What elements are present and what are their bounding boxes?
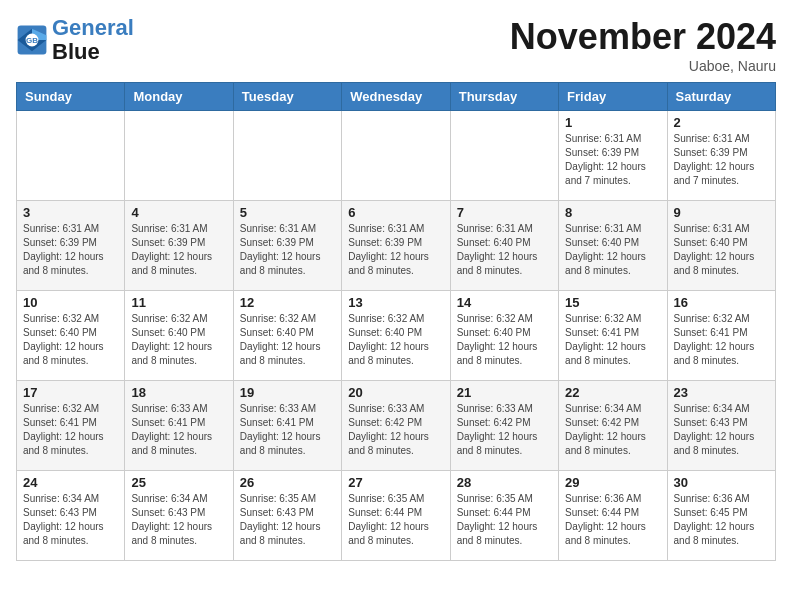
day-number: 1 xyxy=(565,115,660,130)
day-number: 19 xyxy=(240,385,335,400)
title-block: November 2024 Uaboe, Nauru xyxy=(510,16,776,74)
calendar-cell: 23Sunrise: 6:34 AM Sunset: 6:43 PM Dayli… xyxy=(667,381,775,471)
calendar-body: 1Sunrise: 6:31 AM Sunset: 6:39 PM Daylig… xyxy=(17,111,776,561)
location: Uaboe, Nauru xyxy=(510,58,776,74)
day-info: Sunrise: 6:31 AM Sunset: 6:39 PM Dayligh… xyxy=(23,222,118,278)
calendar-cell: 29Sunrise: 6:36 AM Sunset: 6:44 PM Dayli… xyxy=(559,471,667,561)
calendar-cell: 16Sunrise: 6:32 AM Sunset: 6:41 PM Dayli… xyxy=(667,291,775,381)
logo-line2: Blue xyxy=(52,39,100,64)
calendar-cell: 21Sunrise: 6:33 AM Sunset: 6:42 PM Dayli… xyxy=(450,381,558,471)
calendar-cell: 26Sunrise: 6:35 AM Sunset: 6:43 PM Dayli… xyxy=(233,471,341,561)
day-number: 28 xyxy=(457,475,552,490)
weekday-header-row: SundayMondayTuesdayWednesdayThursdayFrid… xyxy=(17,83,776,111)
weekday-friday: Friday xyxy=(559,83,667,111)
week-row-5: 24Sunrise: 6:34 AM Sunset: 6:43 PM Dayli… xyxy=(17,471,776,561)
calendar-cell: 27Sunrise: 6:35 AM Sunset: 6:44 PM Dayli… xyxy=(342,471,450,561)
month-title: November 2024 xyxy=(510,16,776,58)
day-number: 11 xyxy=(131,295,226,310)
calendar-cell: 28Sunrise: 6:35 AM Sunset: 6:44 PM Dayli… xyxy=(450,471,558,561)
day-number: 21 xyxy=(457,385,552,400)
day-info: Sunrise: 6:33 AM Sunset: 6:42 PM Dayligh… xyxy=(348,402,443,458)
logo-line1: General xyxy=(52,15,134,40)
calendar-cell: 9Sunrise: 6:31 AM Sunset: 6:40 PM Daylig… xyxy=(667,201,775,291)
day-info: Sunrise: 6:32 AM Sunset: 6:41 PM Dayligh… xyxy=(674,312,769,368)
day-info: Sunrise: 6:32 AM Sunset: 6:41 PM Dayligh… xyxy=(565,312,660,368)
week-row-3: 10Sunrise: 6:32 AM Sunset: 6:40 PM Dayli… xyxy=(17,291,776,381)
week-row-4: 17Sunrise: 6:32 AM Sunset: 6:41 PM Dayli… xyxy=(17,381,776,471)
day-info: Sunrise: 6:31 AM Sunset: 6:40 PM Dayligh… xyxy=(457,222,552,278)
calendar-cell: 3Sunrise: 6:31 AM Sunset: 6:39 PM Daylig… xyxy=(17,201,125,291)
day-number: 26 xyxy=(240,475,335,490)
weekday-thursday: Thursday xyxy=(450,83,558,111)
day-number: 5 xyxy=(240,205,335,220)
calendar-cell: 10Sunrise: 6:32 AM Sunset: 6:40 PM Dayli… xyxy=(17,291,125,381)
day-number: 3 xyxy=(23,205,118,220)
day-number: 14 xyxy=(457,295,552,310)
page-header: GB General Blue November 2024 Uaboe, Nau… xyxy=(16,16,776,74)
day-number: 18 xyxy=(131,385,226,400)
day-info: Sunrise: 6:32 AM Sunset: 6:40 PM Dayligh… xyxy=(240,312,335,368)
day-info: Sunrise: 6:35 AM Sunset: 6:44 PM Dayligh… xyxy=(348,492,443,548)
day-info: Sunrise: 6:35 AM Sunset: 6:44 PM Dayligh… xyxy=(457,492,552,548)
svg-text:GB: GB xyxy=(26,36,38,45)
weekday-sunday: Sunday xyxy=(17,83,125,111)
week-row-2: 3Sunrise: 6:31 AM Sunset: 6:39 PM Daylig… xyxy=(17,201,776,291)
day-number: 27 xyxy=(348,475,443,490)
calendar-cell: 8Sunrise: 6:31 AM Sunset: 6:40 PM Daylig… xyxy=(559,201,667,291)
weekday-wednesday: Wednesday xyxy=(342,83,450,111)
day-info: Sunrise: 6:34 AM Sunset: 6:42 PM Dayligh… xyxy=(565,402,660,458)
calendar-cell: 6Sunrise: 6:31 AM Sunset: 6:39 PM Daylig… xyxy=(342,201,450,291)
day-number: 22 xyxy=(565,385,660,400)
day-info: Sunrise: 6:32 AM Sunset: 6:40 PM Dayligh… xyxy=(131,312,226,368)
calendar-cell: 30Sunrise: 6:36 AM Sunset: 6:45 PM Dayli… xyxy=(667,471,775,561)
day-info: Sunrise: 6:31 AM Sunset: 6:39 PM Dayligh… xyxy=(565,132,660,188)
calendar-cell xyxy=(125,111,233,201)
day-number: 13 xyxy=(348,295,443,310)
day-number: 29 xyxy=(565,475,660,490)
day-number: 16 xyxy=(674,295,769,310)
day-info: Sunrise: 6:34 AM Sunset: 6:43 PM Dayligh… xyxy=(131,492,226,548)
logo-icon: GB xyxy=(16,24,48,56)
day-number: 12 xyxy=(240,295,335,310)
day-info: Sunrise: 6:36 AM Sunset: 6:45 PM Dayligh… xyxy=(674,492,769,548)
day-number: 10 xyxy=(23,295,118,310)
day-info: Sunrise: 6:34 AM Sunset: 6:43 PM Dayligh… xyxy=(23,492,118,548)
calendar-header: SundayMondayTuesdayWednesdayThursdayFrid… xyxy=(17,83,776,111)
calendar-cell: 25Sunrise: 6:34 AM Sunset: 6:43 PM Dayli… xyxy=(125,471,233,561)
calendar-cell: 2Sunrise: 6:31 AM Sunset: 6:39 PM Daylig… xyxy=(667,111,775,201)
day-info: Sunrise: 6:36 AM Sunset: 6:44 PM Dayligh… xyxy=(565,492,660,548)
day-number: 17 xyxy=(23,385,118,400)
day-info: Sunrise: 6:31 AM Sunset: 6:39 PM Dayligh… xyxy=(131,222,226,278)
day-info: Sunrise: 6:32 AM Sunset: 6:40 PM Dayligh… xyxy=(23,312,118,368)
weekday-tuesday: Tuesday xyxy=(233,83,341,111)
calendar-cell: 22Sunrise: 6:34 AM Sunset: 6:42 PM Dayli… xyxy=(559,381,667,471)
calendar-cell: 18Sunrise: 6:33 AM Sunset: 6:41 PM Dayli… xyxy=(125,381,233,471)
calendar-cell: 11Sunrise: 6:32 AM Sunset: 6:40 PM Dayli… xyxy=(125,291,233,381)
day-info: Sunrise: 6:32 AM Sunset: 6:41 PM Dayligh… xyxy=(23,402,118,458)
day-number: 23 xyxy=(674,385,769,400)
day-info: Sunrise: 6:31 AM Sunset: 6:40 PM Dayligh… xyxy=(565,222,660,278)
day-number: 30 xyxy=(674,475,769,490)
calendar-cell: 1Sunrise: 6:31 AM Sunset: 6:39 PM Daylig… xyxy=(559,111,667,201)
calendar-cell: 24Sunrise: 6:34 AM Sunset: 6:43 PM Dayli… xyxy=(17,471,125,561)
day-number: 15 xyxy=(565,295,660,310)
weekday-saturday: Saturday xyxy=(667,83,775,111)
calendar-table: SundayMondayTuesdayWednesdayThursdayFrid… xyxy=(16,82,776,561)
calendar-cell: 19Sunrise: 6:33 AM Sunset: 6:41 PM Dayli… xyxy=(233,381,341,471)
day-number: 7 xyxy=(457,205,552,220)
day-number: 2 xyxy=(674,115,769,130)
day-number: 6 xyxy=(348,205,443,220)
day-info: Sunrise: 6:31 AM Sunset: 6:39 PM Dayligh… xyxy=(240,222,335,278)
day-info: Sunrise: 6:31 AM Sunset: 6:40 PM Dayligh… xyxy=(674,222,769,278)
calendar-cell xyxy=(342,111,450,201)
day-info: Sunrise: 6:32 AM Sunset: 6:40 PM Dayligh… xyxy=(457,312,552,368)
day-info: Sunrise: 6:33 AM Sunset: 6:41 PM Dayligh… xyxy=(240,402,335,458)
day-info: Sunrise: 6:31 AM Sunset: 6:39 PM Dayligh… xyxy=(674,132,769,188)
week-row-1: 1Sunrise: 6:31 AM Sunset: 6:39 PM Daylig… xyxy=(17,111,776,201)
day-info: Sunrise: 6:33 AM Sunset: 6:41 PM Dayligh… xyxy=(131,402,226,458)
day-number: 20 xyxy=(348,385,443,400)
weekday-monday: Monday xyxy=(125,83,233,111)
day-number: 8 xyxy=(565,205,660,220)
day-number: 25 xyxy=(131,475,226,490)
calendar-cell: 15Sunrise: 6:32 AM Sunset: 6:41 PM Dayli… xyxy=(559,291,667,381)
